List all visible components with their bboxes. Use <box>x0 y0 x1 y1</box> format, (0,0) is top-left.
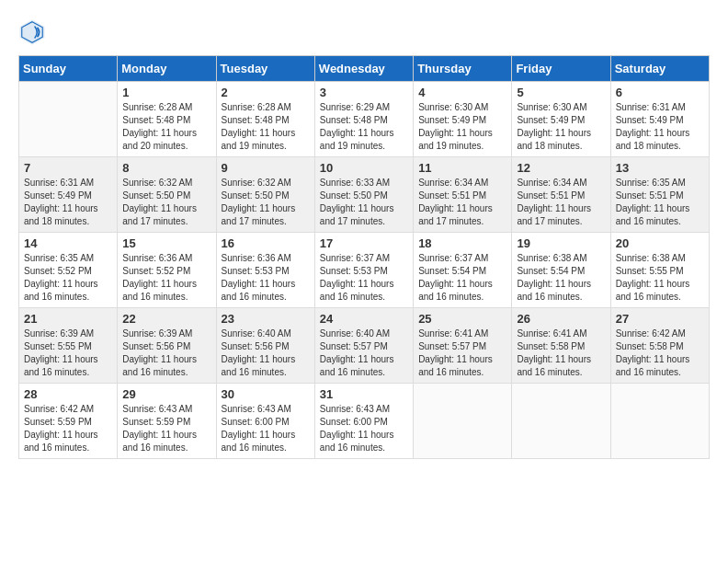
logo-icon <box>18 18 46 46</box>
calendar-day-header: Wednesday <box>314 56 413 82</box>
day-info: Sunrise: 6:34 AM Sunset: 5:51 PM Dayligh… <box>517 177 605 228</box>
day-number: 8 <box>122 161 210 175</box>
day-number: 3 <box>320 86 408 99</box>
day-info: Sunrise: 6:36 AM Sunset: 5:52 PM Dayligh… <box>122 252 210 304</box>
calendar-cell: 9Sunrise: 6:32 AM Sunset: 5:50 PM Daylig… <box>216 157 314 233</box>
day-info: Sunrise: 6:40 AM Sunset: 5:57 PM Dayligh… <box>320 327 408 379</box>
calendar-day-header: Saturday <box>610 56 709 82</box>
day-info: Sunrise: 6:42 AM Sunset: 5:58 PM Dayligh… <box>616 327 704 379</box>
day-number: 27 <box>616 312 704 326</box>
calendar-week-row: 28Sunrise: 6:42 AM Sunset: 5:59 PM Dayli… <box>19 384 710 459</box>
calendar-cell: 16Sunrise: 6:36 AM Sunset: 5:53 PM Dayli… <box>216 233 314 308</box>
day-number: 9 <box>222 161 310 175</box>
day-number: 25 <box>418 312 506 326</box>
calendar-cell: 2Sunrise: 6:28 AM Sunset: 5:48 PM Daylig… <box>216 82 314 157</box>
calendar-cell: 6Sunrise: 6:31 AM Sunset: 5:49 PM Daylig… <box>610 82 709 157</box>
day-info: Sunrise: 6:39 AM Sunset: 5:56 PM Dayligh… <box>122 327 210 379</box>
calendar-cell <box>512 384 610 459</box>
day-number: 5 <box>517 86 605 99</box>
day-info: Sunrise: 6:29 AM Sunset: 5:48 PM Dayligh… <box>320 101 408 153</box>
calendar-cell: 15Sunrise: 6:36 AM Sunset: 5:52 PM Dayli… <box>118 233 216 308</box>
day-info: Sunrise: 6:28 AM Sunset: 5:48 PM Dayligh… <box>222 101 310 153</box>
calendar-cell: 31Sunrise: 6:43 AM Sunset: 6:00 PM Dayli… <box>314 384 413 459</box>
day-number: 14 <box>24 236 112 250</box>
day-number: 29 <box>122 387 210 401</box>
day-info: Sunrise: 6:38 AM Sunset: 5:55 PM Dayligh… <box>616 252 704 304</box>
day-number: 6 <box>616 86 704 99</box>
day-number: 10 <box>320 161 408 175</box>
day-info: Sunrise: 6:32 AM Sunset: 5:50 PM Dayligh… <box>222 177 310 228</box>
day-info: Sunrise: 6:43 AM Sunset: 5:59 PM Dayligh… <box>122 403 210 454</box>
calendar-cell: 4Sunrise: 6:30 AM Sunset: 5:49 PM Daylig… <box>414 82 512 157</box>
day-info: Sunrise: 6:39 AM Sunset: 5:55 PM Dayligh… <box>24 327 112 379</box>
day-number: 20 <box>616 236 704 250</box>
day-number: 28 <box>24 387 112 401</box>
calendar-cell: 12Sunrise: 6:34 AM Sunset: 5:51 PM Dayli… <box>512 157 610 233</box>
day-number: 7 <box>24 161 112 175</box>
calendar-cell <box>414 384 512 459</box>
day-number: 21 <box>24 312 112 326</box>
day-info: Sunrise: 6:37 AM Sunset: 5:54 PM Dayligh… <box>418 252 506 304</box>
day-info: Sunrise: 6:33 AM Sunset: 5:50 PM Dayligh… <box>320 177 408 228</box>
calendar-day-header: Tuesday <box>216 56 314 82</box>
calendar-cell: 26Sunrise: 6:41 AM Sunset: 5:58 PM Dayli… <box>512 308 610 384</box>
page-header <box>18 18 710 46</box>
day-info: Sunrise: 6:36 AM Sunset: 5:53 PM Dayligh… <box>222 252 310 304</box>
day-info: Sunrise: 6:28 AM Sunset: 5:48 PM Dayligh… <box>122 101 210 153</box>
day-info: Sunrise: 6:30 AM Sunset: 5:49 PM Dayligh… <box>517 101 605 153</box>
day-info: Sunrise: 6:32 AM Sunset: 5:50 PM Dayligh… <box>122 177 210 228</box>
day-info: Sunrise: 6:41 AM Sunset: 5:57 PM Dayligh… <box>418 327 506 379</box>
calendar-cell <box>19 82 118 157</box>
calendar-cell: 13Sunrise: 6:35 AM Sunset: 5:51 PM Dayli… <box>610 157 709 233</box>
day-number: 13 <box>616 161 704 175</box>
calendar-cell: 25Sunrise: 6:41 AM Sunset: 5:57 PM Dayli… <box>414 308 512 384</box>
calendar-cell: 14Sunrise: 6:35 AM Sunset: 5:52 PM Dayli… <box>19 233 118 308</box>
day-info: Sunrise: 6:35 AM Sunset: 5:52 PM Dayligh… <box>24 252 112 304</box>
day-info: Sunrise: 6:43 AM Sunset: 6:00 PM Dayligh… <box>320 403 408 454</box>
calendar-week-row: 14Sunrise: 6:35 AM Sunset: 5:52 PM Dayli… <box>19 233 710 308</box>
calendar-cell: 7Sunrise: 6:31 AM Sunset: 5:49 PM Daylig… <box>19 157 118 233</box>
calendar-cell: 11Sunrise: 6:34 AM Sunset: 5:51 PM Dayli… <box>414 157 512 233</box>
calendar-week-row: 1Sunrise: 6:28 AM Sunset: 5:48 PM Daylig… <box>19 82 710 157</box>
calendar-week-row: 21Sunrise: 6:39 AM Sunset: 5:55 PM Dayli… <box>19 308 710 384</box>
day-info: Sunrise: 6:35 AM Sunset: 5:51 PM Dayligh… <box>616 177 704 228</box>
calendar-header-row: SundayMondayTuesdayWednesdayThursdayFrid… <box>19 56 710 82</box>
day-number: 11 <box>418 161 506 175</box>
calendar-cell: 22Sunrise: 6:39 AM Sunset: 5:56 PM Dayli… <box>118 308 216 384</box>
day-number: 12 <box>517 161 605 175</box>
calendar-cell: 1Sunrise: 6:28 AM Sunset: 5:48 PM Daylig… <box>118 82 216 157</box>
day-number: 19 <box>517 236 605 250</box>
calendar-cell: 24Sunrise: 6:40 AM Sunset: 5:57 PM Dayli… <box>314 308 413 384</box>
day-number: 15 <box>122 236 210 250</box>
calendar-cell: 30Sunrise: 6:43 AM Sunset: 6:00 PM Dayli… <box>216 384 314 459</box>
calendar-cell: 21Sunrise: 6:39 AM Sunset: 5:55 PM Dayli… <box>19 308 118 384</box>
calendar-table: SundayMondayTuesdayWednesdayThursdayFrid… <box>18 55 710 459</box>
day-number: 18 <box>418 236 506 250</box>
calendar-cell: 18Sunrise: 6:37 AM Sunset: 5:54 PM Dayli… <box>414 233 512 308</box>
logo <box>18 18 48 46</box>
day-info: Sunrise: 6:38 AM Sunset: 5:54 PM Dayligh… <box>517 252 605 304</box>
calendar-day-header: Thursday <box>414 56 512 82</box>
calendar-cell: 28Sunrise: 6:42 AM Sunset: 5:59 PM Dayli… <box>19 384 118 459</box>
day-number: 16 <box>222 236 310 250</box>
day-info: Sunrise: 6:37 AM Sunset: 5:53 PM Dayligh… <box>320 252 408 304</box>
day-info: Sunrise: 6:42 AM Sunset: 5:59 PM Dayligh… <box>24 403 112 454</box>
calendar-cell: 3Sunrise: 6:29 AM Sunset: 5:48 PM Daylig… <box>314 82 413 157</box>
day-number: 24 <box>320 312 408 326</box>
day-number: 23 <box>222 312 310 326</box>
day-info: Sunrise: 6:41 AM Sunset: 5:58 PM Dayligh… <box>517 327 605 379</box>
calendar-day-header: Friday <box>512 56 610 82</box>
day-number: 22 <box>122 312 210 326</box>
day-info: Sunrise: 6:40 AM Sunset: 5:56 PM Dayligh… <box>222 327 310 379</box>
calendar-body: 1Sunrise: 6:28 AM Sunset: 5:48 PM Daylig… <box>19 82 710 459</box>
svg-marker-0 <box>20 20 45 45</box>
calendar-cell: 17Sunrise: 6:37 AM Sunset: 5:53 PM Dayli… <box>314 233 413 308</box>
day-number: 31 <box>320 387 408 401</box>
day-info: Sunrise: 6:34 AM Sunset: 5:51 PM Dayligh… <box>418 177 506 228</box>
day-info: Sunrise: 6:31 AM Sunset: 5:49 PM Dayligh… <box>616 101 704 153</box>
day-info: Sunrise: 6:30 AM Sunset: 5:49 PM Dayligh… <box>418 101 506 153</box>
calendar-cell: 27Sunrise: 6:42 AM Sunset: 5:58 PM Dayli… <box>610 308 709 384</box>
calendar-day-header: Monday <box>118 56 216 82</box>
calendar-cell <box>610 384 709 459</box>
day-number: 1 <box>122 86 210 99</box>
